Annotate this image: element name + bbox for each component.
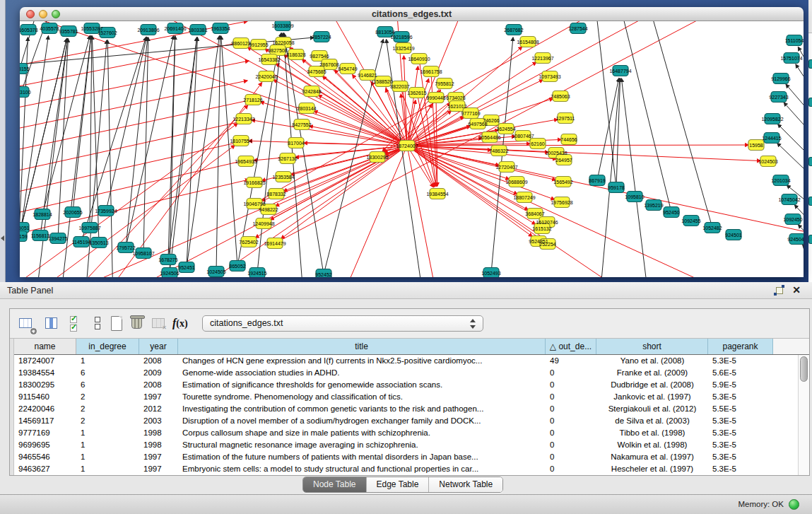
citation-edge-black[interactable] xyxy=(803,245,804,269)
cell-in_degree[interactable]: 1 xyxy=(76,463,139,475)
cell-name[interactable]: 9699695 xyxy=(14,439,76,451)
cell-year[interactable]: 1997 xyxy=(139,391,178,403)
citation-edge-black[interactable] xyxy=(778,124,804,166)
cell-title[interactable]: Disruption of a novel member of a sodium… xyxy=(178,415,546,427)
citation-edge-black[interactable] xyxy=(616,21,671,212)
cell-pagerank[interactable]: 5.3E-5 xyxy=(708,355,773,367)
citation-edge-red[interactable] xyxy=(407,146,636,277)
cell-year[interactable]: 1997 xyxy=(139,463,178,475)
cell-year[interactable]: 2008 xyxy=(139,379,178,391)
cell-short[interactable]: Tibbo et al. (1998) xyxy=(596,427,708,439)
float-panel-button[interactable] xyxy=(775,286,784,295)
cell-name[interactable]: 14569117 xyxy=(14,415,76,427)
table-row[interactable]: 969969511998Structural magnetic resonanc… xyxy=(10,439,799,451)
cell-out_degree[interactable]: 0 xyxy=(546,463,596,475)
column-header-year[interactable]: year xyxy=(139,339,178,354)
cell-pagerank[interactable]: 5.3E-5 xyxy=(708,463,773,475)
table-row[interactable]: 911546021997Tourette syndrome. Phenomeno… xyxy=(10,391,799,403)
cell-in_degree[interactable]: 2 xyxy=(76,403,139,415)
cell-out_degree[interactable]: 0 xyxy=(546,391,596,403)
cell-year[interactable]: 2009 xyxy=(139,367,178,379)
delete-button[interactable] xyxy=(129,315,147,333)
column-header-in_degree[interactable]: in_degree xyxy=(76,339,139,354)
cell-out_degree[interactable]: 0 xyxy=(546,379,596,391)
cell-pagerank[interactable]: 5.3E-5 xyxy=(708,391,773,403)
citation-edge-black[interactable] xyxy=(594,21,616,187)
cell-out_degree[interactable]: 49 xyxy=(546,355,596,367)
table-selector-dropdown[interactable]: citations_edges.txt xyxy=(202,315,483,332)
network-graph[interactable]: 1872400718300295193845548860123991295516… xyxy=(20,21,804,277)
cell-short[interactable]: Nakamura et al. (1997) xyxy=(596,451,708,463)
cell-out_degree[interactable]: 0 xyxy=(546,439,596,451)
cell-year[interactable]: 2012 xyxy=(139,403,178,415)
table-row[interactable]: 1830029562008Estimation of significance … xyxy=(10,379,799,391)
column-visibility-button[interactable] xyxy=(42,315,61,333)
network-canvas[interactable]: 1872400718300295193845548860123991295516… xyxy=(20,21,804,277)
cell-name[interactable]: 9777169 xyxy=(14,427,76,439)
cell-title[interactable]: Tourette syndrome. Phenomenology and cla… xyxy=(178,391,546,403)
citation-edge-red[interactable] xyxy=(64,105,248,277)
row-select-button[interactable] xyxy=(68,315,86,333)
citation-edge-black[interactable] xyxy=(387,40,424,277)
collapse-arrow-icon[interactable] xyxy=(1,235,4,241)
citation-edge-black[interactable] xyxy=(597,78,619,180)
citation-edge-black[interactable] xyxy=(42,36,90,214)
close-panel-button[interactable]: ✕ xyxy=(791,284,802,296)
cell-short[interactable]: Stergiakouli et al. (2012) xyxy=(596,403,708,415)
table-row[interactable]: 946554611997Estimation of the future num… xyxy=(10,451,799,463)
cell-pagerank[interactable]: 5.3E-5 xyxy=(708,451,773,463)
column-header-name[interactable]: name xyxy=(14,339,76,354)
cell-year[interactable]: 2008 xyxy=(139,355,178,367)
cell-in_degree[interactable]: 6 xyxy=(76,367,139,379)
cell-pagerank[interactable]: 5.3E-5 xyxy=(708,415,773,427)
column-header-pagerank[interactable]: pagerank xyxy=(708,339,773,354)
citation-edge-red[interactable] xyxy=(20,21,407,146)
cell-name[interactable]: 9115460 xyxy=(14,391,76,403)
citation-edge-red[interactable] xyxy=(177,146,407,277)
cell-in_degree[interactable]: 1 xyxy=(76,451,139,463)
cell-title[interactable]: Changes of HCN gene expression and I(f) … xyxy=(178,355,546,367)
cell-title[interactable]: Structural magnetic resonance image aver… xyxy=(178,439,546,451)
citation-edge-red[interactable] xyxy=(261,102,407,146)
cell-pagerank[interactable]: 5.3E-5 xyxy=(708,427,773,439)
citation-edge-black[interactable] xyxy=(645,21,712,228)
cell-year[interactable]: 1997 xyxy=(139,451,178,463)
table-options-button[interactable] xyxy=(17,315,35,333)
table-scrollbar[interactable] xyxy=(798,355,809,475)
tab-edge-table[interactable]: Edge Table xyxy=(367,477,430,492)
cell-short[interactable]: Hescheler et al. (1997) xyxy=(596,463,708,475)
citation-edge-black[interactable] xyxy=(257,33,282,273)
scrollbar-thumb[interactable] xyxy=(800,356,808,382)
cell-in_degree[interactable]: 6 xyxy=(76,379,139,391)
tab-node-table[interactable]: Node Table xyxy=(303,477,367,492)
cell-pagerank[interactable]: 5.5E-5 xyxy=(708,403,773,415)
tab-network-table[interactable]: Network Table xyxy=(429,477,502,492)
citation-edge-black[interactable] xyxy=(216,36,220,271)
cell-pagerank[interactable]: 5.9E-5 xyxy=(708,379,773,391)
cell-short[interactable]: Yano et al. (2008) xyxy=(596,355,708,367)
cell-in_degree[interactable]: 2 xyxy=(76,391,139,403)
cell-year[interactable]: 1998 xyxy=(139,439,178,451)
citation-edge-black[interactable] xyxy=(170,36,175,273)
citation-edge-black[interactable] xyxy=(784,103,804,145)
citation-edge-red[interactable] xyxy=(407,146,804,233)
citation-edge-black[interactable] xyxy=(786,84,804,124)
citation-edge-black[interactable] xyxy=(798,47,804,85)
cell-year[interactable]: 1998 xyxy=(139,427,178,439)
citation-edge-red[interactable] xyxy=(291,146,407,175)
function-builder-button[interactable]: f(x) xyxy=(172,315,191,333)
citation-edge-black[interactable] xyxy=(187,36,219,267)
cell-short[interactable]: Wolkin et al. (1998) xyxy=(596,439,708,451)
cell-short[interactable]: de Silva et al. (2003) xyxy=(596,415,708,427)
cell-short[interactable]: Dudbridge et al. (2008) xyxy=(596,379,708,391)
cell-out_degree[interactable]: 0 xyxy=(546,415,596,427)
table-row[interactable]: 1872400712008Changes of HCN gene express… xyxy=(10,355,799,367)
cell-pagerank[interactable]: 5.3E-5 xyxy=(708,439,773,451)
citation-edge-black[interactable] xyxy=(90,36,92,228)
cell-short[interactable]: Jankovic et al. (1997) xyxy=(596,391,708,403)
cell-out_degree[interactable]: 0 xyxy=(546,403,596,415)
table-row[interactable]: 2242004622012Investigating the contribut… xyxy=(10,403,799,415)
cell-pagerank[interactable]: 5.6E-5 xyxy=(708,367,773,379)
window-titlebar[interactable]: citations_edges.txt xyxy=(20,7,804,21)
memory-ok-icon[interactable] xyxy=(789,499,799,510)
